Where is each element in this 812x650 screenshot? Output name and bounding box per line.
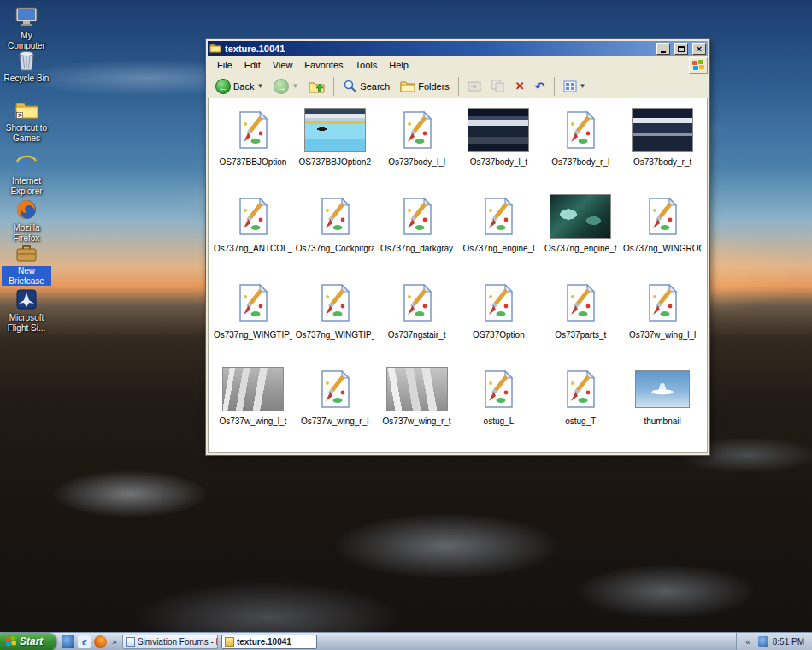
desktop-icon-new-briefcase[interactable]: New Briefcase bbox=[2, 240, 51, 286]
file-item[interactable]: Os737ng_engine_t bbox=[539, 189, 621, 275]
file-label: Os737ng_WINGTIP_G... bbox=[214, 330, 292, 340]
quick-launch-media-icon[interactable] bbox=[62, 635, 74, 648]
back-button[interactable]: ← Back ▼ bbox=[211, 76, 268, 97]
file-label: Os737ng_engine_l bbox=[459, 244, 538, 253]
paint-file-glyph bbox=[234, 110, 272, 150]
desktop-icon-label: Recycle Bin bbox=[3, 74, 50, 84]
folder-icon bbox=[209, 41, 221, 56]
move-to-button[interactable] bbox=[463, 76, 485, 97]
quick-launch-firefox-icon[interactable] bbox=[94, 635, 107, 648]
paint-file-glyph bbox=[398, 110, 436, 150]
file-item[interactable]: thumbnail bbox=[621, 362, 703, 448]
paint-file-glyph bbox=[644, 197, 681, 236]
copy-to-button[interactable] bbox=[487, 76, 509, 97]
paint-file-icon bbox=[480, 364, 517, 414]
taskbar-task-simviation[interactable]: Simviation Forums - Post ... bbox=[122, 635, 218, 649]
paint-file-glyph bbox=[562, 369, 599, 409]
quick-launch-overflow-chevron[interactable]: » bbox=[109, 637, 121, 647]
search-button[interactable]: Search bbox=[338, 76, 394, 97]
explorer-window: texture.10041 × File Edit View Favorites… bbox=[205, 38, 710, 456]
menu-edit[interactable]: Edit bbox=[238, 58, 267, 72]
menu-favorites[interactable]: Favorites bbox=[298, 58, 349, 72]
file-item[interactable]: Os737w_wing_l_t bbox=[212, 362, 294, 448]
image-thumbnail bbox=[222, 364, 284, 414]
folder-icon bbox=[225, 637, 234, 647]
file-item[interactable]: Os737ng_WINGTIP_R... bbox=[294, 275, 376, 362]
clock[interactable]: 8:51 PM bbox=[773, 637, 804, 647]
file-item[interactable]: Os737w_wing_r_l bbox=[294, 362, 376, 448]
desktop-icon-mozilla-firefox[interactable]: Mozilla Firefox bbox=[2, 198, 51, 243]
menu-help[interactable]: Help bbox=[383, 58, 415, 72]
paint-file-icon bbox=[644, 192, 681, 241]
file-item[interactable]: Os737body_l_t bbox=[458, 103, 540, 189]
delete-button[interactable]: ✕ bbox=[511, 76, 529, 97]
search-label: Search bbox=[360, 81, 390, 92]
forward-button[interactable]: → ▼ bbox=[269, 76, 303, 97]
file-item[interactable]: Os737w_wing_r_t bbox=[376, 362, 458, 448]
file-label: Os737body_l_l bbox=[378, 157, 456, 167]
file-item[interactable]: Os737ng_ANTCOL_RED bbox=[212, 189, 294, 275]
up-button[interactable] bbox=[304, 76, 329, 97]
menu-view[interactable]: View bbox=[267, 58, 299, 72]
file-label: Os737parts_t bbox=[541, 330, 620, 340]
maximize-button[interactable] bbox=[674, 43, 688, 55]
paint-file-glyph bbox=[234, 197, 272, 236]
image-thumbnail bbox=[386, 364, 448, 414]
file-item[interactable]: OS737BBJOption bbox=[212, 103, 294, 189]
file-item[interactable]: Os737ng_WINGTIP_G... bbox=[212, 275, 294, 362]
close-button[interactable]: × bbox=[692, 43, 706, 55]
system-tray: « 8:51 PM bbox=[736, 633, 812, 650]
file-item[interactable]: OS737Option bbox=[458, 275, 540, 362]
file-item[interactable]: Os737ng_Cockpitgray bbox=[294, 189, 376, 275]
minimize-button[interactable] bbox=[656, 43, 670, 55]
file-label: OS737Option bbox=[459, 330, 538, 340]
desktop-icon-shortcut-to-games[interactable]: Shortcut to Games bbox=[2, 98, 51, 143]
undo-button[interactable]: ↶ bbox=[531, 76, 550, 97]
file-item[interactable]: Os737ng_darkgray bbox=[376, 189, 458, 275]
file-item[interactable]: Os737ng_WINGROOT... bbox=[621, 189, 703, 275]
window-content: OS737BBJOption OS737BBJOption2 Os737body… bbox=[208, 98, 708, 453]
paint-file-icon bbox=[562, 278, 599, 328]
file-label: OS737BBJOption bbox=[214, 157, 292, 167]
toolbar-separator bbox=[333, 77, 334, 96]
views-button[interactable]: ▼ bbox=[559, 76, 591, 97]
taskbar-task-texture-folder[interactable]: texture.10041 bbox=[221, 635, 317, 649]
paint-file-icon bbox=[316, 364, 354, 414]
file-item[interactable]: ostug_L bbox=[458, 362, 540, 448]
tray-chevron[interactable]: « bbox=[742, 637, 754, 647]
undo-arrow-icon: ↶ bbox=[535, 80, 545, 93]
file-item[interactable]: OS737BBJOption2 bbox=[294, 103, 376, 189]
file-item[interactable]: Os737body_r_l bbox=[539, 103, 621, 189]
tray-status-icon[interactable] bbox=[758, 636, 768, 647]
quick-launch-ie-icon[interactable]: e bbox=[78, 635, 91, 648]
desktop-icon-label: New Briefcase bbox=[2, 266, 51, 286]
desktop-icon-internet-explorer[interactable]: e Internet Explorer bbox=[2, 151, 51, 196]
desktop-icon-flight-simulator[interactable]: Microsoft Flight Si... bbox=[2, 287, 51, 333]
image-thumbnail bbox=[550, 192, 611, 241]
task-label: Simviation Forums - Post ... bbox=[138, 637, 218, 647]
search-icon bbox=[343, 79, 357, 93]
paint-file-icon bbox=[234, 105, 272, 155]
desktop-icon-recycle-bin[interactable]: Recycle Bin bbox=[2, 48, 51, 84]
menu-file[interactable]: File bbox=[211, 58, 238, 72]
back-arrow-icon: ← bbox=[215, 79, 231, 94]
file-item[interactable]: Os737ng_engine_l bbox=[458, 189, 540, 275]
paint-file-glyph bbox=[316, 197, 354, 236]
folders-button[interactable]: Folders bbox=[396, 76, 454, 97]
file-item[interactable]: Os737body_l_l bbox=[376, 103, 458, 189]
image-thumbnail bbox=[468, 105, 529, 155]
file-item[interactable]: Os737body_r_t bbox=[621, 103, 703, 189]
file-label: Os737w_wing_r_t bbox=[378, 417, 456, 426]
file-item[interactable]: ostug_T bbox=[539, 362, 621, 448]
desktop-icon-my-computer[interactable]: My Computer bbox=[2, 5, 51, 50]
file-label: Os737ng_WINGROOT... bbox=[623, 244, 702, 253]
desktop-icon-label: Microsoft Flight Si... bbox=[2, 313, 51, 333]
move-to-folder-icon bbox=[468, 80, 481, 92]
file-item[interactable]: Os737ngstair_t bbox=[376, 275, 458, 362]
file-item[interactable]: Os737parts_t bbox=[539, 275, 621, 362]
start-button[interactable]: Start bbox=[0, 633, 56, 650]
file-label: Os737body_l_t bbox=[459, 157, 538, 167]
window-titlebar[interactable]: texture.10041 × bbox=[208, 41, 708, 56]
menu-tools[interactable]: Tools bbox=[350, 58, 384, 72]
file-item[interactable]: Os737w_wing_l_l bbox=[621, 275, 703, 362]
